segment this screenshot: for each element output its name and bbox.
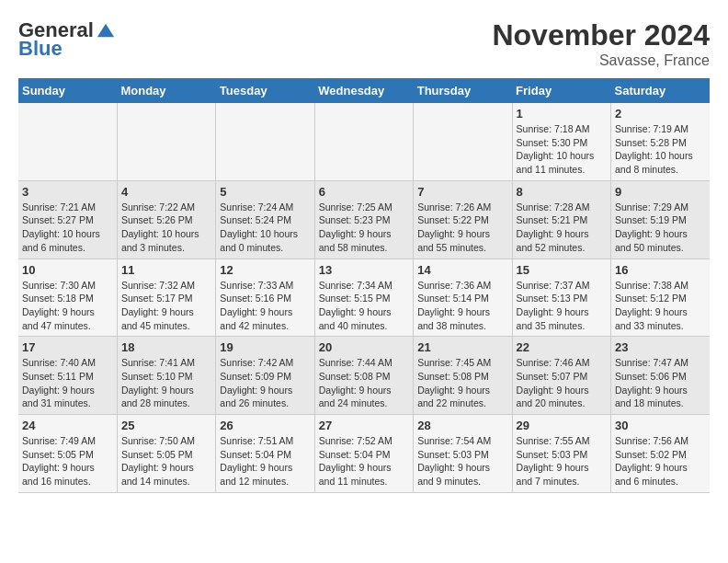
day-info: Sunrise: 7:36 AMSunset: 5:14 PMDaylight:… — [417, 279, 507, 333]
day-info-line: Daylight: 9 hours and 55 minutes. — [417, 227, 507, 254]
day-info-line: Sunrise: 7:33 AM — [220, 279, 310, 293]
day-number: 26 — [220, 419, 310, 432]
day-info: Sunrise: 7:28 AMSunset: 5:21 PMDaylight:… — [517, 201, 607, 255]
day-info: Sunrise: 7:30 AMSunset: 5:18 PMDaylight:… — [22, 279, 113, 333]
day-info: Sunrise: 7:24 AMSunset: 5:24 PMDaylight:… — [220, 201, 310, 255]
day-info-line: Sunset: 5:09 PM — [220, 370, 310, 384]
calendar-table: Sunday Monday Tuesday Wednesday Thursday… — [18, 78, 710, 493]
col-wednesday: Wednesday — [314, 78, 413, 103]
calendar-cell: 8Sunrise: 7:28 AMSunset: 5:21 PMDaylight… — [512, 180, 610, 259]
calendar-cell: 7Sunrise: 7:26 AMSunset: 5:22 PMDaylight… — [414, 180, 512, 259]
calendar-cell: 9Sunrise: 7:29 AMSunset: 5:19 PMDaylight… — [611, 180, 710, 259]
day-info-line: Sunrise: 7:29 AM — [615, 201, 706, 214]
day-info-line: Daylight: 9 hours and 11 minutes. — [319, 461, 409, 488]
day-info-line: Sunrise: 7:32 AM — [121, 279, 211, 293]
day-info-line: Sunset: 5:13 PM — [517, 292, 607, 305]
calendar-week-row: 17Sunrise: 7:40 AMSunset: 5:11 PMDayligh… — [18, 337, 710, 415]
calendar-cell: 10Sunrise: 7:30 AMSunset: 5:18 PMDayligh… — [18, 259, 117, 337]
day-info-line: Sunrise: 7:24 AM — [220, 201, 310, 214]
calendar-cell: 19Sunrise: 7:42 AMSunset: 5:09 PMDayligh… — [216, 337, 314, 415]
day-info-line: Sunrise: 7:47 AM — [615, 356, 706, 370]
day-info-line: Sunset: 5:17 PM — [121, 292, 211, 305]
day-info-line: Sunrise: 7:26 AM — [417, 201, 507, 214]
calendar-header: Sunday Monday Tuesday Wednesday Thursday… — [18, 78, 710, 103]
calendar-cell — [314, 103, 413, 180]
calendar-cell — [216, 103, 314, 180]
col-tuesday: Tuesday — [216, 78, 314, 103]
calendar-cell: 16Sunrise: 7:38 AMSunset: 5:12 PMDayligh… — [611, 259, 710, 337]
day-info: Sunrise: 7:19 AMSunset: 5:28 PMDaylight:… — [615, 122, 706, 177]
calendar-cell: 21Sunrise: 7:45 AMSunset: 5:08 PMDayligh… — [414, 337, 512, 415]
day-info-line: Sunset: 5:30 PM — [517, 136, 607, 150]
day-info: Sunrise: 7:37 AMSunset: 5:13 PMDaylight:… — [517, 279, 607, 333]
day-info-line: Daylight: 9 hours and 9 minutes. — [417, 461, 507, 488]
day-info-line: Sunrise: 7:34 AM — [319, 279, 409, 293]
calendar-week-row: 10Sunrise: 7:30 AMSunset: 5:18 PMDayligh… — [18, 259, 710, 337]
calendar-cell: 12Sunrise: 7:33 AMSunset: 5:16 PMDayligh… — [216, 259, 314, 337]
day-info-line: Daylight: 10 hours and 0 minutes. — [220, 227, 310, 254]
logo-triangle-icon — [96, 20, 116, 40]
day-info-line: Sunrise: 7:41 AM — [121, 356, 211, 370]
day-number: 18 — [121, 340, 211, 354]
day-info-line: Daylight: 9 hours and 38 minutes. — [417, 305, 507, 332]
calendar-cell — [117, 103, 215, 180]
calendar-cell: 4Sunrise: 7:22 AMSunset: 5:26 PMDaylight… — [117, 180, 215, 259]
day-info-line: Sunset: 5:02 PM — [615, 448, 706, 462]
day-info: Sunrise: 7:21 AMSunset: 5:27 PMDaylight:… — [22, 201, 113, 255]
day-number: 7 — [417, 185, 507, 199]
logo: General Blue — [18, 18, 118, 61]
calendar-cell: 29Sunrise: 7:55 AMSunset: 5:03 PMDayligh… — [512, 415, 610, 493]
day-info-line: Sunrise: 7:55 AM — [517, 434, 607, 448]
day-info-line: Sunrise: 7:45 AM — [417, 356, 507, 370]
day-info-line: Sunrise: 7:52 AM — [319, 434, 409, 448]
calendar-week-row: 3Sunrise: 7:21 AMSunset: 5:27 PMDaylight… — [18, 180, 710, 259]
day-info-line: Daylight: 9 hours and 12 minutes. — [220, 461, 310, 488]
day-info: Sunrise: 7:22 AMSunset: 5:26 PMDaylight:… — [121, 201, 211, 255]
day-number: 8 — [517, 185, 607, 199]
calendar-cell: 11Sunrise: 7:32 AMSunset: 5:17 PMDayligh… — [117, 259, 215, 337]
day-number: 15 — [517, 263, 607, 277]
day-info: Sunrise: 7:51 AMSunset: 5:04 PMDaylight:… — [220, 434, 310, 488]
day-info: Sunrise: 7:38 AMSunset: 5:12 PMDaylight:… — [615, 279, 706, 333]
day-info-line: Daylight: 9 hours and 6 minutes. — [615, 461, 706, 488]
day-info-line: Sunset: 5:03 PM — [417, 448, 507, 462]
day-number: 25 — [121, 419, 211, 432]
day-number: 13 — [319, 263, 409, 277]
day-number: 19 — [220, 340, 310, 354]
day-number: 22 — [517, 340, 607, 354]
calendar-body: 1Sunrise: 7:18 AMSunset: 5:30 PMDaylight… — [18, 103, 710, 492]
day-number: 11 — [121, 263, 211, 277]
col-monday: Monday — [117, 78, 215, 103]
day-number: 20 — [319, 340, 409, 354]
calendar-cell: 23Sunrise: 7:47 AMSunset: 5:06 PMDayligh… — [611, 337, 710, 415]
day-number: 27 — [319, 419, 409, 432]
col-sunday: Sunday — [18, 78, 117, 103]
day-info-line: Sunset: 5:26 PM — [121, 213, 211, 227]
calendar-cell: 28Sunrise: 7:54 AMSunset: 5:03 PMDayligh… — [414, 415, 512, 493]
day-info-line: Sunset: 5:27 PM — [22, 213, 113, 227]
day-info-line: Daylight: 9 hours and 58 minutes. — [319, 227, 409, 254]
day-info-line: Sunset: 5:16 PM — [220, 292, 310, 305]
day-number: 30 — [615, 419, 706, 432]
calendar-cell: 26Sunrise: 7:51 AMSunset: 5:04 PMDayligh… — [216, 415, 314, 493]
day-info-line: Daylight: 9 hours and 24 minutes. — [319, 384, 409, 410]
day-info-line: Daylight: 9 hours and 33 minutes. — [615, 305, 706, 332]
day-info-line: Sunset: 5:11 PM — [22, 370, 113, 384]
day-number: 12 — [220, 263, 310, 277]
day-number: 24 — [22, 419, 113, 432]
day-info-line: Sunset: 5:06 PM — [615, 370, 706, 384]
calendar-cell: 2Sunrise: 7:19 AMSunset: 5:28 PMDaylight… — [611, 103, 710, 180]
calendar-cell: 14Sunrise: 7:36 AMSunset: 5:14 PMDayligh… — [414, 259, 512, 337]
calendar-cell: 6Sunrise: 7:25 AMSunset: 5:23 PMDaylight… — [314, 180, 413, 259]
day-info-line: Sunrise: 7:44 AM — [319, 356, 409, 370]
day-number: 4 — [121, 185, 211, 199]
day-info-line: Daylight: 9 hours and 18 minutes. — [615, 384, 706, 410]
day-info-line: Daylight: 10 hours and 6 minutes. — [22, 227, 113, 254]
calendar-cell: 15Sunrise: 7:37 AMSunset: 5:13 PMDayligh… — [512, 259, 610, 337]
col-thursday: Thursday — [414, 78, 512, 103]
day-info-line: Daylight: 10 hours and 3 minutes. — [121, 227, 211, 254]
calendar-cell: 3Sunrise: 7:21 AMSunset: 5:27 PMDaylight… — [18, 180, 117, 259]
day-info: Sunrise: 7:52 AMSunset: 5:04 PMDaylight:… — [319, 434, 409, 488]
calendar-cell — [414, 103, 512, 180]
day-info-line: Sunrise: 7:28 AM — [517, 201, 607, 214]
